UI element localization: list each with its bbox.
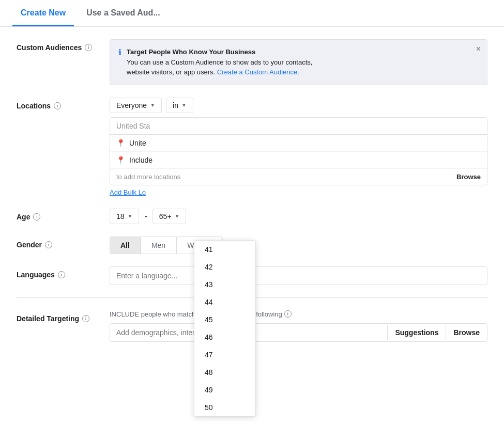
everyone-dropdown[interactable]: Everyone ▼ — [110, 98, 162, 113]
tabs-container: Create New Use a Saved Aud... — [0, 0, 504, 27]
locations-info-icon[interactable]: i — [54, 102, 61, 109]
age-max-dropdown[interactable]: 65+ ▼ — [152, 209, 187, 224]
location-search-area: 📍 Unite 📍 Include to add more locations … — [110, 117, 487, 185]
in-dropdown-arrow: ▼ — [181, 102, 187, 108]
age-min-arrow: ▼ — [128, 213, 133, 219]
add-bulk-link[interactable]: Add Bulk Lo — [110, 188, 146, 196]
locations-row: Locations i Everyone ▼ in ▼ 📍 Unite — [17, 98, 487, 196]
target-title: Target People Who Know Your Business — [127, 48, 255, 56]
custom-audiences-info-icon[interactable]: i — [85, 44, 92, 51]
gender-info-icon[interactable]: i — [45, 241, 52, 248]
everyone-dropdown-arrow: ▼ — [150, 102, 155, 108]
age-info-icon[interactable]: i — [33, 213, 40, 220]
languages-label: Languages i — [17, 266, 110, 279]
info-circle-icon: ℹ — [118, 48, 121, 77]
locations-browse-button[interactable]: Browse — [450, 173, 481, 181]
dt-browse-button[interactable]: Browse — [446, 324, 487, 341]
age-content: 18 ▼ - 65+ ▼ — [110, 209, 487, 224]
locations-label: Locations i — [17, 98, 110, 110]
age-dash: - — [144, 212, 147, 221]
detailed-targeting-label: Detailed Targeting i — [17, 310, 110, 323]
target-body-line1: You can use a Custom Audience to show ad… — [127, 58, 312, 66]
location-bottom: to add more locations Browse — [110, 169, 487, 185]
age-label: Age i — [17, 209, 110, 221]
add-more-placeholder: to add more locations — [116, 173, 450, 181]
create-audience-link[interactable]: Create a Custom Audience. — [217, 68, 299, 76]
target-body-line2: website visitors, or app users. — [127, 68, 217, 76]
age-min-value: 18 — [116, 212, 125, 220]
gender-label: Gender i — [17, 236, 110, 249]
location-row-1: 📍 Unite — [110, 135, 487, 152]
age-option-42[interactable]: 42 — [194, 258, 255, 276]
gender-all-button[interactable]: All — [110, 236, 141, 254]
languages-content — [110, 266, 487, 285]
target-info: ℹ Target People Who Know Your Business Y… — [118, 47, 479, 77]
custom-audiences-content: × ℹ Target People Who Know Your Business… — [110, 39, 487, 85]
everyone-label: Everyone — [116, 101, 147, 109]
location-2-text: Include — [129, 156, 481, 164]
gender-controls: All Men Women — [110, 236, 487, 254]
locations-controls: Everyone ▼ in ▼ — [110, 98, 487, 113]
tab-use-saved-label: Use a Saved Aud... — [86, 8, 160, 17]
age-dropdown-overlay: 41 42 43 44 45 46 47 48 49 50 — [194, 240, 256, 417]
dt-include-info-icon[interactable]: i — [284, 310, 292, 318]
location-search-input[interactable] — [110, 118, 487, 135]
age-option-47[interactable]: 47 — [194, 346, 255, 364]
tab-create-new-label: Create New — [21, 8, 66, 17]
age-controls: 18 ▼ - 65+ ▼ — [110, 209, 487, 224]
age-max-arrow: ▼ — [175, 213, 180, 219]
age-option-46[interactable]: 46 — [194, 328, 255, 346]
age-option-43[interactable]: 43 — [194, 276, 255, 293]
detailed-targeting-content: INCLUDE people who match at least ONE of… — [110, 310, 487, 342]
in-dropdown[interactable]: in ▼ — [166, 98, 193, 113]
close-button[interactable]: × — [476, 45, 481, 53]
location-row-2: 📍 Include — [110, 152, 487, 169]
gender-content: All Men Women — [110, 236, 487, 254]
dt-description: INCLUDE people who match at least ONE of… — [110, 310, 487, 318]
age-option-48[interactable]: 48 — [194, 364, 255, 381]
detailed-targeting-info-icon[interactable]: i — [82, 315, 89, 322]
in-label: in — [173, 101, 178, 109]
pin-icon-1: 📍 — [116, 139, 125, 147]
age-row: Age i 18 ▼ - 65+ ▼ — [17, 209, 487, 224]
dt-input-area: Suggestions Browse — [110, 323, 487, 342]
age-option-45[interactable]: 45 — [194, 311, 255, 328]
target-info-text: Target People Who Know Your Business You… — [127, 47, 312, 77]
gender-men-button[interactable]: Men — [141, 236, 176, 254]
tab-create-new[interactable]: Create New — [12, 0, 74, 26]
dt-suggestions-button[interactable]: Suggestions — [388, 324, 446, 341]
age-option-41[interactable]: 41 — [194, 241, 255, 258]
location-1-text: Unite — [129, 139, 481, 147]
pin-icon-2: 📍 — [116, 156, 125, 164]
locations-content: Everyone ▼ in ▼ 📍 Unite 📍 Include — [110, 98, 487, 196]
age-option-50[interactable]: 50 — [194, 399, 255, 416]
age-option-49[interactable]: 49 — [194, 381, 255, 399]
age-max-value: 65+ — [159, 212, 172, 220]
languages-info-icon[interactable]: i — [58, 271, 65, 278]
custom-audiences-label: Custom Audiences i — [17, 39, 110, 52]
language-input[interactable] — [110, 266, 487, 285]
age-option-44[interactable]: 44 — [194, 293, 255, 311]
custom-audiences-row: Custom Audiences i × ℹ Target People Who… — [17, 39, 487, 85]
custom-audience-box: × ℹ Target People Who Know Your Business… — [110, 39, 487, 85]
tab-use-saved[interactable]: Use a Saved Aud... — [78, 0, 169, 26]
age-min-dropdown[interactable]: 18 ▼ — [110, 209, 139, 224]
